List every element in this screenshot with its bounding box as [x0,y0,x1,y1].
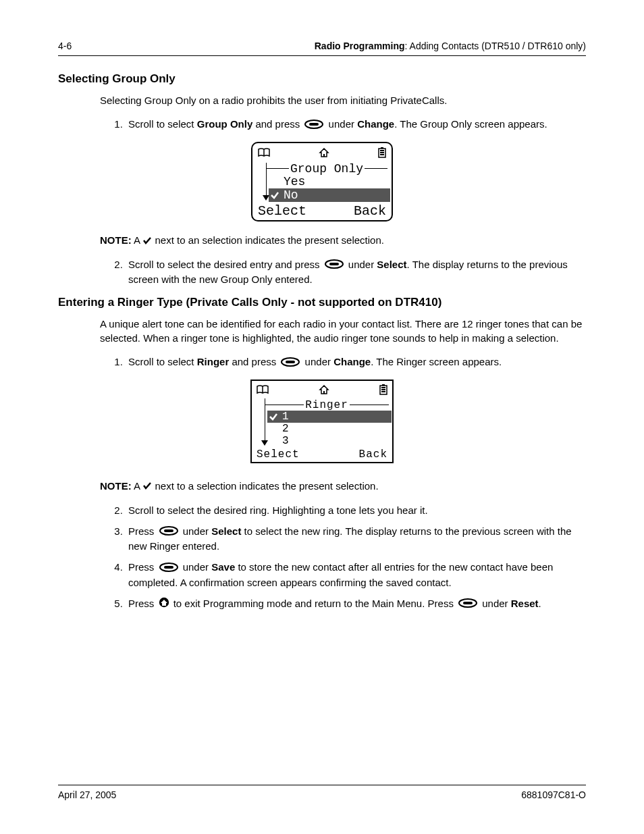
section1-note: NOTE: A next to an selection indicates t… [58,234,586,248]
lcd2-option-3: 3 [269,435,389,447]
lcd2-softkey-right: Back [359,448,387,461]
book-icon [258,148,270,161]
section-title-group-only: Selecting Group Only [58,72,586,86]
lcd1-softkey-left: Select [258,203,306,219]
svg-rect-21 [164,566,173,569]
svg-rect-19 [164,529,173,532]
lcd2-title: Ringer [304,400,350,411]
section2-note: NOTE: A next to a selection indicates th… [58,479,586,494]
check-icon [142,234,152,248]
page-footer: April 27, 2005 6881097C81-O [58,785,586,800]
softkey-button-icon [281,356,300,370]
lcd1-option-yes: Yes [270,175,387,188]
lcd1-softkey-right: Back [354,203,386,219]
footer-docnum: 6881097C81-O [521,789,586,800]
home-icon [319,385,329,398]
svg-rect-15 [381,387,385,388]
header-section-bold: Radio Programming [315,41,405,51]
footer-date: April 27, 2005 [58,789,116,800]
section2-step1: Scroll to select Ringer and press under … [126,355,586,370]
page-number: 4-6 [58,41,72,51]
lcd1-option-no: No [269,188,390,202]
battery-icon [379,384,387,398]
lcd-screen-ringer: Ringer 1 2 3 Select Back [250,380,394,463]
home-icon [319,148,329,161]
page-header: 4-6 Radio Programming: Adding Contacts (… [58,41,586,56]
svg-rect-16 [381,389,385,390]
check-icon [142,479,152,493]
svg-rect-1 [309,123,319,126]
svg-rect-2 [323,154,325,157]
header-section-rest: : Adding Contacts (DTR510 / DTR610 only) [405,41,586,51]
softkey-button-icon [325,258,344,272]
battery-icon [378,147,386,161]
section1-intro: Selecting Group Only on a radio prohibit… [100,94,586,107]
svg-rect-9 [329,263,339,265]
softkey-button-icon [159,561,178,575]
svg-rect-17 [381,391,385,392]
softkey-button-icon [458,597,477,611]
lcd2-option-2: 2 [269,423,389,435]
book-icon [257,385,269,398]
svg-rect-24 [463,602,473,604]
svg-rect-7 [380,154,384,155]
softkey-button-icon [304,118,323,132]
lcd-screen-group-only: Group Only Yes No Select Back [251,142,393,221]
check-icon [270,190,279,203]
section2-intro: A unique alert tone can be identified fo… [100,317,586,345]
section2-step4: Press under Save to store the new contac… [126,560,586,590]
lcd2-option-1: 1 [267,411,392,423]
svg-rect-5 [380,150,384,151]
section1-step2: Scroll to select the desired entry and p… [126,257,586,287]
section1-step1: Scroll to select Group Only and press un… [126,117,586,132]
svg-rect-12 [323,391,325,394]
section2-step5: Press to exit Programming mode and retur… [126,596,586,612]
section-title-ringer: Entering a Ringer Type (Private Calls On… [58,296,586,309]
lcd2-softkey-left: Select [257,448,300,461]
header-breadcrumb: Radio Programming: Adding Contacts (DTR5… [315,41,586,51]
home-button-icon [159,597,169,611]
section2-step2: Scroll to select the desired ring. Highl… [126,503,586,517]
svg-rect-11 [286,361,295,363]
lcd1-title: Group Only [289,163,365,175]
softkey-button-icon [159,525,178,539]
section2-step3: Press under Select to select the new rin… [126,524,586,554]
svg-rect-6 [380,152,384,153]
